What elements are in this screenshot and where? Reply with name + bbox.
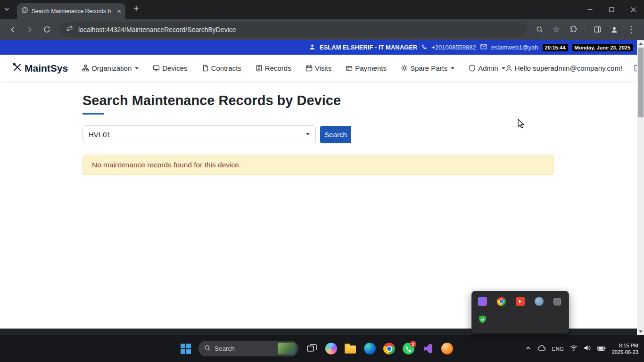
nav-label: Payments <box>355 64 387 72</box>
toolbar-divider <box>585 25 586 34</box>
profile-avatar-icon[interactable] <box>606 22 622 38</box>
scrollbar-up-arrow[interactable] <box>637 40 644 47</box>
organization-icon <box>82 65 89 72</box>
shield-icon <box>469 65 476 72</box>
page-title: Search Maintenance Records by Device <box>83 92 644 109</box>
screen: Search Maintenance Records b × + <box>0 0 644 362</box>
nav-label: Spare Parts <box>410 64 447 72</box>
whatsapp-badge: 2 <box>410 341 416 347</box>
volume-icon[interactable] <box>584 345 591 353</box>
start-button[interactable] <box>181 344 191 354</box>
search-icon <box>204 345 211 353</box>
envelope-icon <box>480 44 487 51</box>
page-scrollbar[interactable] <box>637 40 644 335</box>
phone-icon <box>421 44 427 51</box>
nav-item-records[interactable]: Records <box>256 64 291 72</box>
nav-item-admin[interactable]: Admin <box>469 64 505 72</box>
copilot-icon[interactable] <box>325 343 337 354</box>
side-panel-icon[interactable] <box>589 22 605 38</box>
taskbar: Search 2 E <box>0 335 644 362</box>
user-name: ESLAM ELSHERIF - IT MANAGER <box>320 44 417 51</box>
tab-close-icon[interactable]: × <box>117 8 121 15</box>
user-info-strip: ESLAM ELSHERIF - IT MANAGER +20100855988… <box>0 40 644 55</box>
tray-app-tile-icon[interactable] <box>478 297 487 306</box>
battery-icon[interactable] <box>597 345 606 353</box>
maximize-button[interactable] <box>601 0 622 19</box>
url-text[interactable]: localhost:44324/MaintenanceRecord/Search… <box>78 26 236 33</box>
forward-button[interactable] <box>22 22 38 38</box>
alert-text: No maintenance records found for this de… <box>92 161 241 169</box>
clock-badge: 20:15:44 <box>543 44 568 51</box>
chrome-icon[interactable] <box>383 343 395 354</box>
search-button[interactable]: Search <box>320 126 351 143</box>
nav-label: Visits <box>315 64 332 72</box>
brand-logo[interactable]: MaintSys <box>12 62 68 74</box>
date-badge: Monday, June 23, 2025 <box>572 44 633 51</box>
tray-red-app-icon[interactable] <box>516 297 525 306</box>
new-tab-button[interactable]: + <box>133 4 139 13</box>
mouse-cursor <box>518 119 527 131</box>
language-indicator[interactable]: ENG <box>552 346 564 352</box>
user-email[interactable]: eslamweb1@yah <box>491 44 538 51</box>
refresh-button[interactable] <box>39 22 55 38</box>
taskbar-clock[interactable]: 8:15 PM 2025-06-23 <box>612 342 638 355</box>
visual-studio-icon[interactable] <box>422 343 434 354</box>
device-select-wrap: HVI-01 <box>83 125 316 143</box>
nav-item-devices[interactable]: Devices <box>153 64 187 72</box>
security-shield-icon[interactable] <box>478 315 487 326</box>
contracts-icon <box>202 65 209 72</box>
nav-item-contracts[interactable]: Contracts <box>202 64 241 72</box>
back-button[interactable] <box>5 22 21 38</box>
records-icon <box>256 65 263 72</box>
chrome-tray-icon[interactable] <box>497 297 506 306</box>
browser-toolbar: localhost:44324/MaintenanceRecord/Search… <box>0 19 644 40</box>
user-icon <box>505 65 512 72</box>
tray-gray-app-icon[interactable] <box>553 298 561 305</box>
nav-item-organization[interactable]: Organization <box>82 64 139 72</box>
taskbar-search-label: Search <box>215 345 274 352</box>
visits-icon <box>305 65 313 72</box>
user-greeting[interactable]: Hello superadmin@company.com! <box>505 64 622 72</box>
scrollbar-down-arrow[interactable] <box>637 328 644 335</box>
user-phone[interactable]: +201008559882 <box>431 44 476 51</box>
address-bar[interactable]: localhost:44324/MaintenanceRecord/Search… <box>59 22 527 37</box>
nav-label: Organization <box>91 64 132 72</box>
greeting-text: Hello superadmin@company.com! <box>515 64 622 72</box>
taskbar-search[interactable]: Search <box>198 341 298 356</box>
nav-item-payments[interactable]: Payments <box>346 64 387 72</box>
chevron-down-icon <box>451 67 454 69</box>
nav-item-visits[interactable]: Visits <box>305 64 332 72</box>
lens-search-icon[interactable] <box>531 22 547 38</box>
extensions-icon[interactable] <box>565 22 581 38</box>
onedrive-cloud-icon[interactable] <box>537 345 546 353</box>
close-button[interactable] <box>622 0 644 19</box>
tray-chevron-up-icon[interactable] <box>525 345 531 353</box>
tab-search-chevron-icon[interactable] <box>4 6 10 14</box>
edge-icon[interactable] <box>364 343 376 354</box>
task-view-icon[interactable] <box>306 343 318 354</box>
nav-label: Devices <box>162 64 187 72</box>
brand-name: MaintSys <box>25 63 68 74</box>
orange-browser-icon[interactable] <box>441 343 453 354</box>
clock-time: 8:15 PM <box>612 342 638 349</box>
nav-label: Admin <box>478 64 498 72</box>
browser-tab[interactable]: Search Maintenance Records b × <box>17 3 125 19</box>
device-select[interactable]: HVI-01 <box>83 125 316 143</box>
tab-title: Search Maintenance Records b <box>32 8 114 15</box>
tray-overflow-flyout <box>471 291 569 333</box>
nav-item-spare-parts[interactable]: Spare Parts <box>401 64 454 72</box>
search-highlight-image[interactable] <box>278 343 296 354</box>
window-controls <box>579 0 644 19</box>
minimize-button[interactable] <box>579 0 601 19</box>
title-underline <box>83 113 104 115</box>
main-navbar: MaintSys Organization Devices Contracts <box>0 55 644 82</box>
wifi-icon[interactable] <box>570 345 578 353</box>
tray-cloud-app-icon[interactable] <box>535 297 544 306</box>
scrollbar-thumb[interactable] <box>638 48 644 117</box>
site-info-icon[interactable] <box>66 25 73 34</box>
file-explorer-icon[interactable] <box>345 343 356 354</box>
bookmark-star-icon[interactable]: ☆ <box>548 22 564 38</box>
person-icon <box>309 44 315 51</box>
whatsapp-icon[interactable]: 2 <box>403 343 414 354</box>
browser-menu-icon[interactable]: ⋮ <box>623 22 639 38</box>
